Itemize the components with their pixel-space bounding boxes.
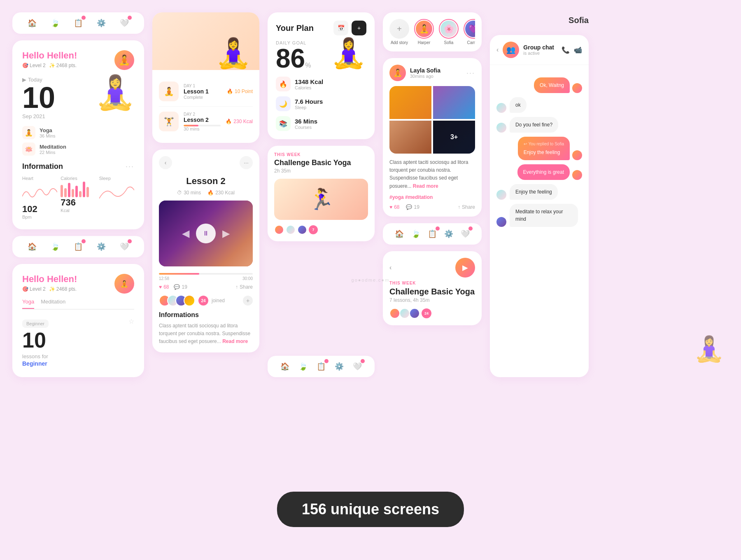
bottom-leaf-icon[interactable]: 🍃 — [49, 241, 61, 252]
bottom-book-icon[interactable]: 📋 — [72, 241, 84, 252]
calendar-button[interactable]: 📅 — [333, 21, 348, 35]
feed-nav-home[interactable]: 🏠 — [394, 228, 405, 240]
book-nav-icon[interactable]: 📋 — [72, 17, 84, 29]
chat-action-buttons: 📞 📹 — [562, 46, 582, 54]
main-dashboard-card: Hello Hellen! 🎯 Level 2 ✨ 2468 pts. 🧘 🧘‍… — [12, 40, 144, 229]
challenge-count: 7 — [309, 225, 318, 234]
column-3-plan: Your Plan 📅 + DAILY GOAL 86 % 🧘‍♀️ — [263, 8, 379, 381]
video-progress-bar[interactable] — [159, 273, 253, 275]
course-icon: 📚 — [276, 116, 291, 131]
information-section: Information ··· Heart 102 Bpm — [22, 162, 134, 219]
feed-nav-leaf[interactable]: 🍃 — [410, 228, 422, 240]
read-more-link[interactable]: Read more — [222, 338, 248, 344]
kcal-label: Calories — [295, 85, 323, 90]
cb-back-button[interactable]: ‹ — [389, 264, 391, 271]
share-button[interactable]: ↑ Share — [235, 284, 253, 290]
comment-button[interactable]: 💬 19 — [174, 284, 187, 290]
cb-av-1 — [389, 308, 400, 319]
activity-list: 🧘 Yoga 36 Mins 🪷 Meditation 22 Mins — [22, 126, 134, 156]
prev-btn[interactable]: ◀ — [182, 228, 189, 239]
post-user-info: Layla Sofia 30mins ago — [410, 67, 462, 79]
group-chat-avatar: 👥 — [503, 42, 519, 58]
post-more-button[interactable]: ··· — [466, 69, 475, 77]
post-image-4: 3+ — [433, 121, 475, 154]
msg-great: Everything is great — [517, 164, 570, 180]
yoga-activity: 🧘 Yoga 36 Mins — [22, 126, 134, 139]
lesson-plan-card: 🧘‍♀️ 🧘 DAY 1 Lesson 1 Complete 🔥 10 Poin… — [152, 12, 259, 143]
plan-actions: 📅 + — [333, 21, 366, 35]
goal-display: 86 % — [276, 45, 311, 72]
video-time-meta: ⏱ 30 mins — [177, 190, 201, 196]
receiver-avatar-3 — [496, 190, 506, 200]
plan-nav-heart[interactable]: 🤍 — [352, 361, 363, 372]
challenge-week-label: THIS WEEK — [274, 152, 368, 157]
msg-ok-waiting-row: Ok, Waitng — [496, 77, 582, 93]
video-actions-row: ♥ 68 💬 19 ↑ Share — [152, 284, 259, 295]
lesson-2-item[interactable]: 🏋️ DAY 2 Lesson 2 30 mins 🔥 230 Kcal — [159, 107, 253, 136]
your-plan-card: Your Plan 📅 + DAILY GOAL 86 % 🧘‍♀️ — [268, 12, 375, 139]
settings-nav-icon[interactable]: ⚙️ — [96, 17, 107, 29]
plan-nav-book[interactable]: 📋 — [315, 361, 327, 372]
pause-button[interactable]: ⏸ — [196, 224, 216, 243]
chat-back-button[interactable]: ‹ — [496, 46, 499, 54]
add-plan-button[interactable]: + — [352, 21, 366, 35]
post-like-button[interactable]: ♥ 68 — [389, 204, 399, 210]
feed-nav-settings[interactable]: ⚙️ — [443, 228, 454, 240]
msg-meditate: Meditate to relax your mind — [510, 204, 578, 227]
column-4-social: + Add story 🧘 Harper 🌸 Sofia — [379, 8, 486, 381]
calorie-bars — [61, 181, 96, 197]
msg-feel: Do you feel fine? — [510, 117, 558, 133]
msg-feel-row: Do you feel fine? — [496, 117, 582, 133]
back-button[interactable]: ‹ — [159, 156, 172, 169]
informations-section: Informations Class aptent taciti sociosq… — [152, 311, 259, 352]
meditation-tab[interactable]: Meditation — [41, 299, 65, 309]
leaf-nav-icon[interactable]: 🍃 — [49, 17, 61, 29]
sleep-col: Sleep — [99, 176, 134, 219]
plan-nav-home[interactable]: 🏠 — [279, 361, 291, 372]
user-avatar-2: 🧘 — [114, 274, 134, 294]
receiver-avatar-2 — [496, 123, 506, 133]
add-story-item[interactable]: + Add story — [389, 19, 409, 45]
heart-graph — [22, 184, 57, 201]
feed-nav-book[interactable]: 📋 — [426, 228, 438, 240]
msg-ok-row: ok — [496, 97, 582, 113]
post-comment-button[interactable]: 💬 19 — [406, 204, 419, 210]
feed-nav-heart[interactable]: 🤍 — [459, 228, 471, 240]
video-likes: ♥ 68 💬 19 — [159, 284, 187, 290]
info-more-dots[interactable]: ··· — [126, 162, 134, 171]
sofia-name-text: Sofia — [569, 16, 589, 25]
heart-nav-icon[interactable]: 🤍 — [119, 17, 130, 29]
bottom-settings-icon[interactable]: ⚙️ — [96, 241, 107, 252]
story-harper[interactable]: 🧘 Harper — [414, 19, 434, 45]
more-button[interactable]: ··· — [240, 156, 253, 169]
msg-meditate-row: Meditate to relax your mind — [496, 204, 582, 227]
lessons-count: 10 — [22, 328, 134, 352]
story-sofia[interactable]: 🌸 Sofia — [439, 19, 459, 45]
story-camila[interactable]: 💜 Camila — [464, 19, 475, 45]
add-story-button[interactable]: + — [389, 19, 409, 39]
phone-icon[interactable]: 📞 — [562, 46, 570, 54]
next-btn[interactable]: ▶ — [222, 228, 230, 239]
bottom-home-icon[interactable]: 🏠 — [26, 241, 38, 252]
like-button[interactable]: ♥ 68 — [159, 284, 169, 290]
meditation-icon: 🪷 — [22, 142, 35, 156]
info-heading: Informations — [159, 311, 253, 319]
post-read-more[interactable]: Read more — [413, 183, 438, 189]
add-join-button[interactable]: + — [243, 296, 253, 306]
yoga-tab[interactable]: Yoga — [22, 299, 34, 309]
home-nav-icon[interactable]: 🏠 — [26, 17, 38, 29]
goal-row: DAILY GOAL 86 % 🧘‍♀️ — [276, 40, 366, 72]
cb-avatars: 24 — [389, 308, 475, 319]
video-kcal-meta: 🔥 230 Kcal — [207, 190, 235, 196]
plan-nav-leaf[interactable]: 🍃 — [297, 361, 309, 372]
bottom-heart-icon[interactable]: 🤍 — [119, 241, 130, 252]
top-nav-bar: 🏠 🍃 📋 ⚙️ 🤍 — [12, 12, 144, 34]
video-icon[interactable]: 📹 — [574, 46, 582, 54]
cb-play-button[interactable]: ▶ — [455, 258, 475, 278]
post-time: 30mins ago — [410, 74, 462, 79]
lesson-1-item[interactable]: 🧘 DAY 1 Lesson 1 Complete 🔥 10 Point — [159, 77, 253, 107]
plan-nav-settings[interactable]: ⚙️ — [333, 361, 345, 372]
feed-nav-badge — [436, 226, 440, 231]
post-share-button[interactable]: ↑ Share — [458, 204, 475, 210]
info-grid: Heart 102 Bpm Calories — [22, 176, 134, 219]
